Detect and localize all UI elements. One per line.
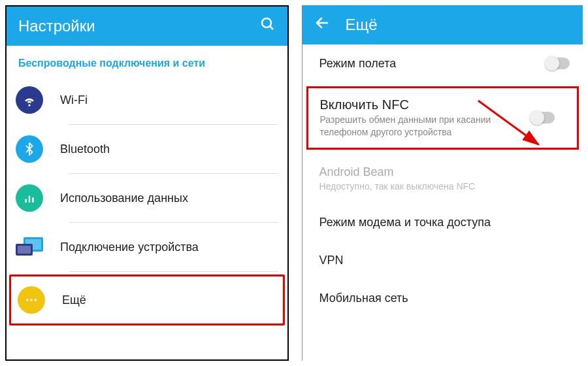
wireless-section-header: Беспроводные подключения и сети: [7, 46, 287, 76]
more-screen: Ещё Режим полета Включить NFC Разрешить …: [302, 5, 583, 361]
android-beam-item: Android Beam Недоступно, так как выключе…: [302, 154, 583, 204]
nfc-title: Включить NFC: [320, 97, 566, 112]
airplane-mode-toggle[interactable]: [546, 58, 570, 69]
bluetooth-label: Bluetooth: [60, 142, 110, 156]
svg-rect-8: [18, 246, 31, 254]
more-list: Режим полета Включить NFC Разрешить обме…: [302, 44, 583, 361]
data-usage-icon: [16, 184, 43, 212]
mobile-network-title: Мобильная сеть: [319, 291, 566, 305]
svg-point-11: [35, 299, 37, 301]
nfc-item[interactable]: Включить NFC Разрешить обмен данными при…: [320, 97, 566, 139]
settings-header: Настройки: [7, 7, 287, 46]
svg-rect-2: [25, 199, 27, 203]
data-usage-label: Использование данных: [60, 191, 188, 205]
search-icon[interactable]: [260, 16, 276, 36]
more-label: Ещё: [62, 293, 86, 307]
wifi-icon: [16, 86, 43, 114]
svg-point-9: [26, 299, 29, 301]
wifi-label: Wi-Fi: [60, 93, 88, 107]
tethering-item[interactable]: Режим модема и точка доступа: [302, 204, 583, 242]
svg-rect-3: [29, 196, 31, 203]
nfc-highlight: Включить NFC Разрешить обмен данными при…: [306, 86, 580, 150]
divider: [69, 271, 278, 272]
airplane-mode-item[interactable]: Режим полета: [302, 44, 583, 82]
list-item-bluetooth[interactable]: Bluetooth: [7, 125, 287, 173]
back-icon[interactable]: [314, 15, 330, 35]
tethering-title: Режим модема и точка доступа: [319, 216, 566, 229]
list-item-wifi[interactable]: Wi-Fi: [7, 76, 287, 124]
more-highlight: Ещё: [9, 274, 285, 325]
device-connect-icon: [16, 233, 43, 261]
list-item-device-connect[interactable]: Подключение устройства: [7, 223, 287, 271]
airplane-mode-title: Режим полета: [319, 57, 566, 71]
list-item-more[interactable]: Ещё: [11, 276, 283, 324]
android-beam-subtitle: Недоступно, так как выключена NFC: [319, 180, 509, 192]
svg-rect-4: [32, 197, 33, 203]
more-title: Ещё: [346, 16, 572, 34]
svg-point-10: [30, 299, 33, 301]
android-beam-title: Android Beam: [319, 165, 566, 179]
settings-title: Настройки: [18, 17, 244, 35]
svg-line-1: [270, 26, 273, 29]
vpn-item[interactable]: VPN: [302, 242, 583, 280]
bluetooth-icon: [16, 135, 43, 163]
nfc-toggle[interactable]: [531, 112, 555, 124]
device-connect-label: Подключение устройства: [60, 241, 199, 254]
settings-screen: Настройки Беспроводные подключения и сет…: [5, 5, 289, 361]
nfc-subtitle: Разрешить обмен данными при касании теле…: [320, 114, 510, 139]
list-item-data-usage[interactable]: Использование данных: [7, 174, 287, 222]
svg-point-0: [262, 18, 271, 27]
vpn-title: VPN: [319, 254, 566, 267]
mobile-network-item[interactable]: Мобильная сеть: [302, 280, 583, 318]
more-header: Ещё: [302, 5, 583, 44]
more-icon: [18, 286, 45, 314]
